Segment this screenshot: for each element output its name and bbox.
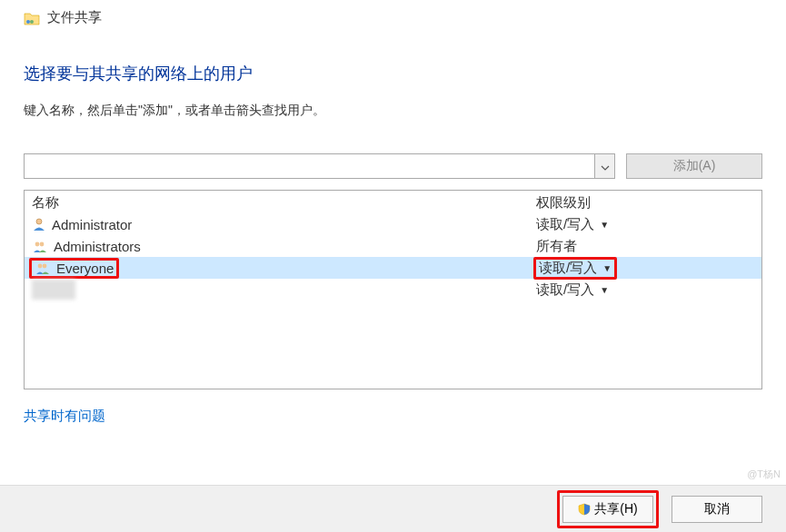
svg-point-3	[35, 242, 40, 247]
svg-point-5	[38, 264, 43, 269]
user-input[interactable]	[25, 154, 594, 178]
redacted-name	[32, 280, 75, 300]
table-row[interactable]: Administrator 读取/写入 ▼	[25, 213, 761, 235]
chevron-down-icon	[601, 160, 610, 173]
page-heading: 选择要与其共享的网络上的用户	[24, 63, 762, 84]
help-link[interactable]: 共享时有问题	[24, 408, 105, 425]
window-header: 文件共享	[0, 0, 786, 35]
svg-point-4	[40, 242, 45, 247]
list-header: 名称 权限级别	[25, 191, 761, 213]
permission-cell[interactable]: 所有者	[536, 238, 754, 255]
column-permission: 权限级别	[536, 194, 754, 212]
share-label: 共享(H)	[594, 501, 637, 517]
permission-label: 读取/写入	[536, 216, 594, 233]
combo-dropdown-button[interactable]	[594, 154, 614, 178]
main-area: 选择要与其共享的网络上的用户 键入名称，然后单击"添加"，或者单击箭头查找用户。…	[0, 35, 786, 425]
user-list: 名称 权限级别 Administrator 读取/写入 ▼ Adminis	[24, 190, 762, 389]
permission-label: 读取/写入	[536, 281, 594, 299]
group-icon	[32, 239, 48, 253]
cancel-button[interactable]: 取消	[672, 496, 762, 523]
table-row[interactable]: Administrators 所有者	[25, 235, 761, 257]
user-name: Administrators	[54, 239, 141, 254]
group-icon	[35, 261, 51, 275]
shield-icon	[578, 503, 591, 516]
caret-down-icon: ▼	[602, 263, 612, 273]
share-button[interactable]: 共享(H)	[562, 496, 653, 523]
watermark: @T杨N	[747, 468, 781, 481]
permission-label: 所有者	[536, 238, 577, 255]
permission-cell[interactable]: 读取/写入 ▼	[536, 216, 754, 233]
table-row[interactable]: Everyone 读取/写入 ▼	[25, 257, 761, 279]
instruction-text: 键入名称，然后单击"添加"，或者单击箭头查找用户。	[24, 103, 762, 119]
folder-share-icon	[24, 11, 40, 25]
svg-point-0	[26, 20, 30, 24]
caret-down-icon: ▼	[600, 285, 609, 295]
add-user-row: 添加(A)	[24, 153, 762, 179]
svg-point-2	[36, 219, 42, 224]
svg-point-1	[30, 20, 34, 24]
table-row[interactable]: 读取/写入 ▼	[25, 279, 761, 300]
permission-cell[interactable]: 读取/写入 ▼	[536, 281, 754, 299]
permission-label: 读取/写入	[539, 260, 597, 277]
user-name: Everyone	[56, 261, 114, 276]
user-name: Administrator	[52, 217, 132, 232]
add-button[interactable]: 添加(A)	[626, 153, 762, 179]
caret-down-icon: ▼	[600, 220, 609, 230]
permission-cell[interactable]: 读取/写入 ▼	[536, 257, 754, 280]
user-icon	[32, 217, 46, 232]
svg-point-6	[43, 264, 47, 269]
button-bar: 共享(H) 取消	[0, 485, 786, 532]
user-combo[interactable]	[24, 153, 615, 179]
window-title: 文件共享	[47, 9, 102, 26]
column-name: 名称	[32, 194, 536, 212]
